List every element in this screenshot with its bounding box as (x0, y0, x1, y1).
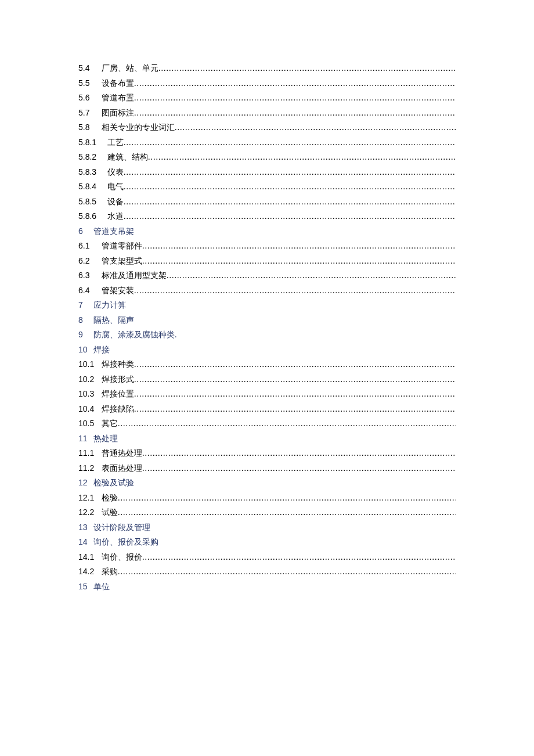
toc-entry: 11.2表面热处理 (78, 464, 456, 473)
toc-number: 6.3 (78, 271, 102, 279)
toc-entry: 5.8.1工艺 (78, 138, 456, 147)
toc-number: 6 (78, 227, 93, 235)
toc-entry: 5.4厂房、站、单元 (78, 64, 456, 73)
toc-leader-dots (124, 213, 456, 221)
toc-entry: 12检验及试验 (78, 478, 456, 487)
toc-entry: 5.5设备布置 (78, 79, 456, 88)
toc-number: 5.8.2 (78, 153, 107, 161)
toc-title: 焊接种类 (102, 361, 134, 369)
toc-leader-dots (134, 361, 456, 369)
toc-number: 12.1 (78, 494, 102, 502)
toc-number: 14.1 (78, 553, 102, 561)
toc-entry: 14询价、报价及采购 (78, 538, 456, 546)
toc-title: 图面标注 (102, 109, 134, 117)
toc-title: 表面热处理 (102, 465, 142, 473)
toc-leader-dots (134, 390, 456, 398)
toc-number: 15 (78, 582, 93, 591)
toc-leader-dots (134, 109, 456, 117)
toc-entry: 8隔热、隔声 (78, 316, 456, 325)
toc-entry: 14.1询价、报价 (78, 553, 456, 561)
toc-title: 设备 (107, 198, 124, 206)
toc-title: 仪表 (107, 168, 124, 177)
toc-title: 管道零部件 (102, 242, 142, 250)
toc-number: 5.7 (78, 109, 102, 117)
toc-leader-dots (124, 139, 456, 147)
toc-entry: 12.2试验 (78, 508, 456, 517)
table-of-contents: 5.4厂房、站、单元5.5设备布置5.6管道布置5.7图面标注5.8相关专业的专… (78, 64, 456, 591)
toc-entry: 6.4管架安装 (78, 286, 456, 295)
toc-title: 建筑、结构 (107, 153, 148, 161)
toc-leader-dots (134, 94, 456, 102)
toc-entry: 5.8.4电气 (78, 182, 456, 191)
toc-number: 11 (78, 434, 93, 442)
toc-title: 采购 (102, 568, 118, 576)
toc-title: 检验及试验 (93, 479, 134, 487)
toc-number: 5.8 (78, 123, 102, 131)
toc-entry: 7应力计算 (78, 301, 456, 309)
toc-title: 焊接形式 (102, 376, 134, 384)
toc-number: 7 (78, 301, 93, 309)
toc-leader-dots (142, 553, 456, 561)
toc-number: 5.8.4 (78, 182, 107, 190)
toc-entry: 5.8.3仪表 (78, 168, 456, 177)
toc-number: 10.4 (78, 405, 102, 413)
toc-number: 10.3 (78, 390, 102, 398)
toc-title: 普通热处理 (102, 449, 142, 458)
toc-number: 10.2 (78, 375, 102, 383)
toc-entry: 10.1焊接种类 (78, 360, 456, 369)
toc-entry: 10.4焊接缺陷 (78, 405, 456, 413)
toc-entry: 6.2管支架型式 (78, 257, 456, 265)
toc-number: 9 (78, 330, 93, 339)
toc-title: 管支架型式 (102, 257, 142, 265)
toc-entry: 5.8相关专业的专业词汇 (78, 123, 456, 132)
toc-number: 6.2 (78, 257, 102, 265)
toc-leader-dots (124, 168, 456, 177)
toc-entry: 13设计阶段及管理 (78, 523, 456, 532)
toc-number: 5.8.5 (78, 197, 107, 206)
toc-entry: 5.6管道布置 (78, 93, 456, 102)
toc-leader-dots (118, 420, 456, 428)
toc-entry: 6.1管道零部件 (78, 242, 456, 250)
toc-leader-dots (134, 287, 456, 295)
toc-title: 设备布置 (102, 80, 134, 88)
toc-number: 5.8.1 (78, 138, 107, 146)
toc-number: 14.2 (78, 567, 102, 575)
toc-number: 11.2 (78, 464, 102, 472)
toc-leader-dots (134, 376, 456, 384)
toc-entry: 12.1检验 (78, 494, 456, 502)
toc-title: 工艺 (107, 139, 124, 147)
toc-leader-dots (118, 509, 456, 517)
toc-leader-dots (175, 124, 456, 132)
toc-leader-dots (134, 405, 456, 413)
toc-number: 11.1 (78, 449, 102, 457)
toc-title: 其它 (102, 420, 118, 428)
toc-title: 厂房、站、单元 (102, 64, 158, 73)
toc-title: 焊接 (93, 346, 110, 354)
toc-leader-dots (142, 449, 456, 458)
toc-leader-dots (167, 272, 456, 280)
toc-title: 试验 (102, 509, 118, 517)
toc-title: 检验 (102, 494, 118, 502)
toc-leader-dots (124, 198, 456, 206)
toc-title: 热处理 (93, 435, 118, 443)
toc-title: 管架安装 (102, 287, 134, 295)
toc-title: 焊接位置 (102, 390, 134, 398)
toc-leader-dots (148, 153, 456, 161)
toc-number: 10 (78, 345, 93, 354)
toc-entry: 10.2焊接形式 (78, 375, 456, 384)
toc-number: 8 (78, 316, 93, 324)
toc-leader-dots (118, 568, 456, 576)
toc-number: 14 (78, 538, 93, 546)
toc-title: 应力计算 (93, 301, 126, 309)
toc-number: 5.4 (78, 64, 102, 72)
toc-leader-dots (118, 494, 456, 502)
toc-entry: 10.5其它 (78, 419, 456, 428)
toc-leader-dots (142, 465, 456, 473)
toc-title: 管道布置 (102, 94, 134, 102)
toc-title: 焊接缺陷 (102, 405, 134, 413)
toc-title: 询价、报价及采购 (93, 538, 158, 546)
toc-entry: 11.1普通热处理 (78, 449, 456, 458)
toc-entry: 6管道支吊架 (78, 227, 456, 236)
toc-entry: 9防腐、涂漆及腐蚀种类. (78, 330, 456, 339)
toc-title: 设计阶段及管理 (93, 524, 150, 532)
